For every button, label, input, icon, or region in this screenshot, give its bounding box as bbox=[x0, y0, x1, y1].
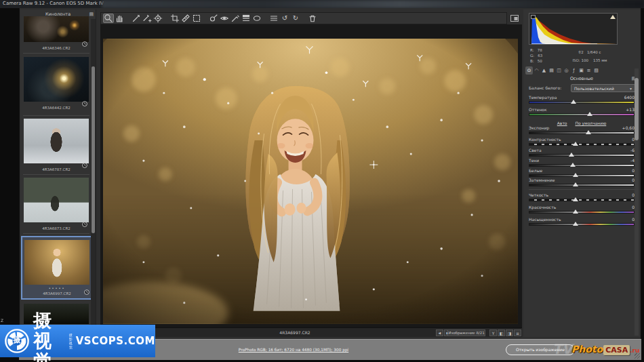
slider-thumb[interactable] bbox=[587, 112, 592, 116]
transform-icon[interactable] bbox=[191, 14, 202, 23]
exposure-value: +0,60 bbox=[622, 125, 635, 130]
preview-photo[interactable] bbox=[103, 39, 518, 324]
white-balance-value: Пользовательский bbox=[574, 86, 614, 91]
delete-icon[interactable] bbox=[307, 14, 318, 23]
saturation-label: Насыщенность bbox=[529, 217, 561, 222]
white-balance-icon[interactable] bbox=[131, 14, 142, 23]
auto-link[interactable]: Авто bbox=[557, 121, 567, 125]
slider-blacks[interactable] bbox=[529, 184, 635, 186]
preview-toggle-button[interactable]: Y bbox=[489, 329, 497, 336]
red-eye-icon[interactable] bbox=[219, 14, 230, 23]
split-right-button[interactable]: ◨ bbox=[506, 329, 513, 336]
slider-thumb[interactable] bbox=[571, 100, 576, 104]
white-balance-dropdown[interactable]: Пользовательский ▾ bbox=[571, 84, 635, 92]
highlights-label: Света bbox=[529, 148, 542, 153]
slider-thumb[interactable] bbox=[573, 182, 578, 186]
straighten-icon[interactable] bbox=[180, 14, 191, 23]
prev-image-button[interactable]: ◀ bbox=[436, 329, 443, 336]
scrollbar-thumb[interactable] bbox=[635, 78, 639, 140]
image-canvas[interactable] bbox=[100, 24, 522, 327]
slider-highlights[interactable] bbox=[529, 154, 635, 157]
slider-tint[interactable] bbox=[529, 113, 635, 116]
tab-detail[interactable]: ▲ bbox=[540, 66, 548, 75]
banner-small-text: 摄影视觉 bbox=[69, 333, 73, 349]
panel-scrollbar[interactable] bbox=[635, 68, 639, 336]
spot-removal-icon[interactable] bbox=[208, 14, 219, 23]
panel-title: Основные bbox=[523, 76, 640, 81]
shadow-clipping-icon[interactable] bbox=[531, 15, 536, 19]
slider-clarity[interactable] bbox=[529, 199, 635, 201]
slider-temperature[interactable] bbox=[529, 101, 635, 104]
tab-effects[interactable]: ƒ bbox=[570, 66, 578, 75]
thumbnail-image[interactable] bbox=[24, 119, 89, 163]
whites-label: Белые bbox=[529, 168, 542, 173]
divider bbox=[23, 233, 89, 234]
tab-presets[interactable]: ≡ bbox=[585, 66, 592, 75]
contrast-label: Контрастность bbox=[529, 137, 561, 142]
slider-shadows[interactable] bbox=[529, 164, 635, 167]
video-blur-strip bbox=[102, 0, 644, 8]
slider-thumb[interactable] bbox=[586, 130, 591, 134]
tab-camera-calibration[interactable]: ▣ bbox=[578, 66, 585, 75]
preview-options-button[interactable]: ≡ bbox=[514, 329, 521, 336]
slider-thumb[interactable] bbox=[570, 163, 576, 167]
tv-watermark: TV bbox=[552, 341, 572, 357]
zoom-icon[interactable] bbox=[103, 14, 114, 23]
thumbnail-image[interactable] bbox=[24, 16, 89, 42]
video-artifact: Z bbox=[1, 318, 3, 323]
title-bar: Camera Raw 9.12 - Canon EOS 5D Mark IV bbox=[0, 0, 644, 8]
split-left-button[interactable]: ◧ bbox=[498, 329, 505, 336]
preferences-icon[interactable] bbox=[268, 14, 279, 23]
graduated-filter-icon[interactable] bbox=[241, 14, 251, 23]
tab-hsl[interactable]: ▤ bbox=[548, 66, 555, 75]
filmstrip-scrollbar[interactable] bbox=[91, 19, 96, 325]
rotate-left-icon[interactable]: ↺ bbox=[279, 14, 290, 23]
scrollbar-thumb[interactable] bbox=[92, 66, 95, 233]
slider-thumb[interactable] bbox=[569, 153, 574, 157]
screen: Camera Raw 9.12 - Canon EOS 5D Mark IV К… bbox=[0, 0, 644, 362]
slider-thumb[interactable] bbox=[573, 209, 578, 214]
vibrance-label: Красочность bbox=[529, 205, 556, 209]
tab-tone-curve[interactable]: ◠ bbox=[533, 66, 540, 75]
photocasa-photo: Photo bbox=[571, 344, 603, 355]
tint-label: Оттенок bbox=[529, 107, 547, 112]
status-bar: 4R3A6997.CR2 ◀ ▶ Изображение 8/21 Y ◧ ◨ … bbox=[100, 327, 522, 337]
thumbnail-image[interactable] bbox=[24, 240, 89, 285]
toggle-fullscreen-icon[interactable] bbox=[509, 14, 519, 22]
slider-exposure[interactable] bbox=[529, 132, 635, 134]
default-link[interactable]: По умолчанию bbox=[575, 121, 606, 125]
tab-lens-corrections[interactable]: ◎ bbox=[563, 66, 570, 75]
photocasa-casa: CASA bbox=[603, 345, 630, 355]
adjustment-brush-icon[interactable] bbox=[230, 14, 241, 23]
slider-whites[interactable] bbox=[529, 174, 635, 177]
slider-saturation[interactable] bbox=[529, 223, 635, 226]
aperture-logo-icon: 摄 bbox=[4, 328, 30, 354]
slider-contrast[interactable] bbox=[529, 143, 635, 146]
slider-thumb[interactable] bbox=[573, 197, 578, 201]
thumbnail-image[interactable] bbox=[24, 57, 89, 102]
slider-thumb[interactable] bbox=[573, 173, 578, 177]
tab-snapshots[interactable]: ▧ bbox=[592, 66, 600, 75]
radial-filter-icon[interactable] bbox=[251, 14, 262, 23]
tab-split-toning[interactable]: ◫ bbox=[555, 66, 563, 75]
slider-thumb[interactable] bbox=[573, 142, 578, 146]
resize-grip[interactable] bbox=[635, 353, 640, 359]
color-sampler-icon[interactable] bbox=[142, 14, 153, 23]
slider-vibrance[interactable] bbox=[529, 211, 635, 214]
toolbar: ↺ ↻ bbox=[100, 12, 507, 24]
filmstrip-item-5-selected[interactable]: ••••• 4R3A6997.CR2 bbox=[21, 236, 93, 300]
highlight-clipping-icon[interactable] bbox=[610, 15, 616, 19]
shadows-label: Тени bbox=[529, 158, 539, 163]
slider-thumb[interactable] bbox=[573, 222, 578, 226]
blacks-label: Затемнение bbox=[529, 178, 555, 182]
crop-icon[interactable] bbox=[169, 14, 180, 23]
tab-basic[interactable]: ⊙ bbox=[525, 66, 533, 75]
window-title: Camera Raw 9.12 - Canon EOS 5D Mark IV bbox=[3, 1, 104, 6]
targeted-adjustment-icon[interactable] bbox=[153, 14, 163, 23]
star-rating[interactable]: ••••• bbox=[22, 286, 92, 290]
filmstrip-menu-icon[interactable]: ▤ bbox=[89, 12, 94, 17]
rotate-right-icon[interactable]: ↻ bbox=[290, 14, 301, 23]
hand-icon[interactable] bbox=[114, 14, 125, 23]
thumbnail-image[interactable] bbox=[24, 178, 89, 222]
vscops-watermark-banner: 摄 摄视觉 摄影视觉 VSCOPS.COM bbox=[0, 325, 155, 357]
